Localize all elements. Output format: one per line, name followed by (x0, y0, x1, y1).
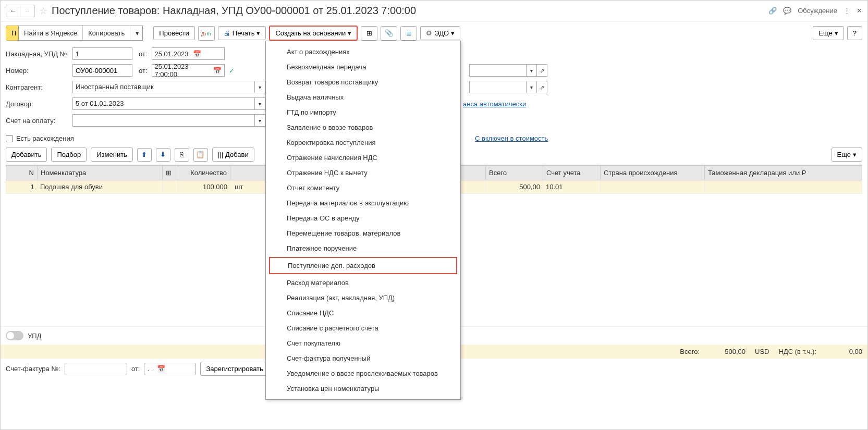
attach-button[interactable] (381, 26, 397, 41)
contragent-label: Контрагент: (6, 83, 72, 91)
menu-item[interactable]: Списание с расчетного счета (266, 321, 460, 336)
discrepancy-checkbox[interactable] (6, 135, 13, 142)
podbor-button[interactable]: Подбор (51, 148, 87, 162)
th-nom[interactable]: Номенклатура (38, 166, 163, 180)
menu-item[interactable]: Передача материалов в эксплуатацию (266, 195, 460, 211)
right-dropdown-1[interactable] (469, 64, 527, 77)
calendar-icon-2: 📅 (213, 67, 222, 75)
discrepancy-label: Есть расхождения (16, 134, 74, 142)
sf-label: Счет-фактура №: (6, 365, 60, 373)
copy-action[interactable]: Копировать (82, 26, 130, 40)
menu-item[interactable]: Корректировка поступления (266, 135, 460, 150)
menu-item[interactable]: Выдача наличных (266, 90, 460, 105)
number-label: Номер: (6, 67, 72, 75)
invoice-num-input[interactable] (72, 47, 132, 60)
menu-item[interactable]: Уведомление о ввозе прослеживаемых товар… (266, 366, 460, 381)
dd-btn-1[interactable]: ▾ (527, 64, 537, 77)
list-button[interactable] (400, 26, 417, 41)
th-n[interactable]: N (6, 166, 38, 180)
discuss-icon[interactable] (783, 7, 791, 15)
menu-item-highlighted[interactable]: Поступление доп. расходов (269, 257, 457, 274)
avans-link[interactable]: анса автоматически (463, 100, 526, 108)
nav-back-button[interactable]: ← (6, 5, 20, 17)
contragent-dropdown[interactable]: Иностранный поставщик (72, 81, 255, 93)
number-date-input[interactable]: 25.01.2023 7:00:00📅 (152, 64, 225, 77)
from-label-1: от: (139, 50, 148, 58)
nav-forward-button[interactable]: → (20, 5, 35, 17)
barcode-add-button[interactable]: Добави (212, 148, 254, 162)
menu-item[interactable]: Счет покупателю (266, 336, 460, 351)
menu-item[interactable]: Реализация (акт, накладная, УПД) (266, 290, 460, 305)
dogovor-label: Договор: (6, 100, 72, 108)
number-input[interactable] (72, 64, 132, 77)
menu-item[interactable]: ГТД по импорту (266, 105, 460, 120)
change-button[interactable]: Изменить (91, 148, 133, 162)
menu-item[interactable]: Расход материалов (266, 275, 460, 290)
popup-btn-1[interactable] (537, 64, 547, 77)
from-label-2: от: (139, 67, 148, 75)
sf-date-input[interactable]: . .📅 (144, 363, 196, 375)
schet-label: Счет на оплату: (6, 117, 72, 125)
discuss-label[interactable]: Обсуждение (798, 7, 837, 15)
menu-item[interactable]: Платежное поручение (266, 241, 460, 256)
menu-item[interactable]: Счет-фактура полученный (266, 351, 460, 366)
add-button[interactable]: Добавить (6, 148, 47, 162)
dd-btn-2[interactable]: ▾ (527, 81, 537, 93)
sf-number-input[interactable] (65, 363, 127, 375)
upd-toggle[interactable] (6, 331, 23, 340)
more-icon[interactable] (843, 7, 850, 15)
menu-item[interactable]: Отчет комитенту (266, 180, 460, 195)
menu-item[interactable]: Безвозмездная передача (266, 59, 460, 75)
menu-item[interactable]: Передача ОС в аренду (266, 211, 460, 226)
contragent-dd[interactable]: ▾ (255, 81, 265, 93)
structure-button[interactable] (361, 26, 377, 41)
menu-item[interactable]: Перемещение товаров, материалов (266, 226, 460, 241)
menu-item[interactable]: Отражение НДС к вычету (266, 165, 460, 180)
move-up-button[interactable]: ⬆ (137, 148, 152, 162)
th-total[interactable]: Всего (486, 166, 543, 180)
close-icon[interactable] (857, 7, 862, 15)
menu-item[interactable]: Заявление о ввозе товаров (266, 120, 460, 135)
print-button[interactable]: Печать ▾ (218, 26, 266, 40)
copy-row-button[interactable] (175, 148, 189, 162)
menu-item[interactable]: Установка цен номенклатуры (266, 381, 460, 396)
popup-btn-2[interactable] (537, 81, 547, 93)
right-dropdown-2[interactable] (469, 81, 527, 93)
favorite-star-icon[interactable]: ☆ (39, 5, 47, 17)
dogovor-dropdown[interactable]: 5 от 01.01.2023 (72, 97, 255, 110)
table-more-button[interactable]: Еще ▾ (832, 148, 862, 162)
page-title: Поступление товаров: Накладная, УПД ОУ00… (52, 5, 768, 17)
register-button[interactable]: Зарегистрировать (200, 362, 268, 376)
context-dropdown[interactable]: ▾ (130, 26, 142, 40)
link-icon[interactable] (768, 7, 777, 15)
th-ico[interactable]: ⊞ (163, 166, 178, 180)
calendar-icon: 📅 (193, 50, 201, 58)
th-customs[interactable]: Таможенная декларация или Р (705, 166, 862, 180)
create-based-button[interactable]: Создать на основании ▾ (269, 26, 358, 41)
dtkt-button[interactable] (198, 26, 215, 41)
menu-item[interactable]: Возврат товаров поставщику (266, 75, 460, 90)
invoice-date-input[interactable]: 25.01.2023📅 (152, 47, 225, 60)
more-button[interactable]: Еще ▾ (813, 26, 843, 40)
menu-item[interactable]: Отражение начисления НДС (266, 150, 460, 165)
th-qty[interactable]: Количество (178, 166, 230, 180)
nds-link[interactable]: С включен в стоимость (475, 134, 548, 142)
th-account[interactable]: Счет учета (543, 166, 601, 180)
menu-item[interactable]: Списание НДС (266, 305, 460, 321)
provesti-button[interactable]: Провести (153, 26, 195, 40)
menu-item[interactable]: Акт о расхождениях (266, 44, 460, 59)
schet-dd[interactable]: ▾ (255, 114, 265, 127)
move-down-button[interactable]: ⬇ (156, 148, 170, 162)
schet-dropdown[interactable] (72, 114, 255, 127)
currency-label: USD (755, 348, 769, 355)
nds-label: НДС (в т.ч.): (779, 348, 817, 355)
th-country[interactable]: Страна происхождения (601, 166, 705, 180)
total-label: Всего: (680, 348, 700, 355)
find-yandex[interactable]: Найти в Яндексе (19, 26, 82, 40)
dogovor-dd[interactable]: ▾ (255, 97, 265, 110)
help-button[interactable]: ? (847, 26, 862, 40)
upd-label: УПД (28, 332, 41, 340)
edo-button[interactable]: ЭДО ▾ (420, 26, 460, 40)
create-based-menu: Акт о расхождениях Безвозмездная передач… (265, 41, 461, 400)
paste-row-button[interactable] (193, 148, 208, 162)
